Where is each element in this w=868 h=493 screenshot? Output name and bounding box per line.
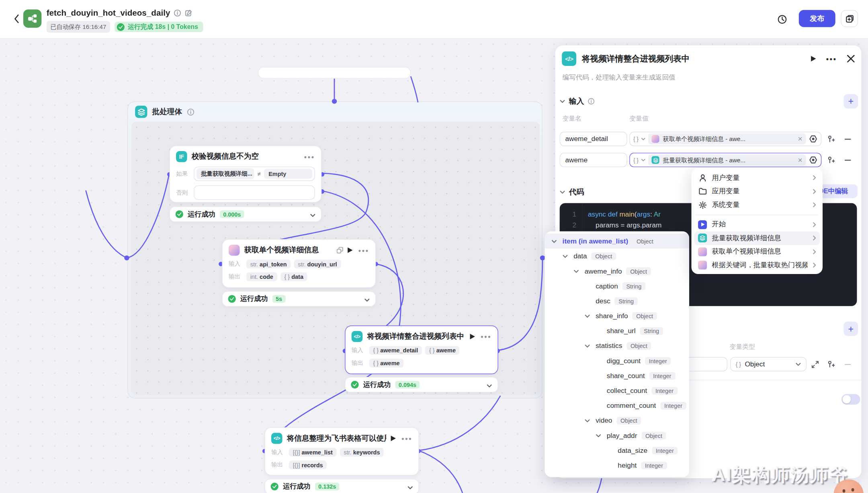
close-icon[interactable]: ✕ — [798, 156, 803, 164]
remove-icon[interactable] — [843, 155, 853, 165]
type-badge: Object — [641, 432, 666, 439]
code-section-header[interactable]: 代码 — [560, 187, 584, 197]
menu-item-6[interactable]: 获取单个视频详细信息 — [694, 245, 820, 259]
if-condition[interactable]: 批量获取视频详细... ≠ Empty — [194, 167, 315, 181]
input-value-field-2[interactable]: { } 批量获取视频详细信息 - awe... ✕ — [629, 153, 821, 167]
toggle-switch[interactable] — [841, 394, 860, 405]
history-clock-icon[interactable] — [775, 12, 790, 27]
node-title: 将信息整理为飞书表格可以使用... — [287, 434, 387, 444]
status-bar-single[interactable]: 运行成功 5s — [222, 291, 376, 307]
node-title: 将视频详情整合进视频列表中 — [367, 331, 466, 342]
chevron-down-icon[interactable] — [487, 380, 492, 390]
tree-row-comment_count[interactable]: comment_countInteger — [545, 398, 690, 413]
tree-row-share_info[interactable]: share_infoObject — [545, 308, 690, 323]
line-number: 2 — [560, 220, 576, 231]
tree-row-data_size[interactable]: data_sizeInteger — [545, 443, 690, 458]
menu-item-2[interactable]: 应用变量 — [694, 184, 820, 198]
top-bar: fetch_douyin_hot_videos_daily 已自动保存 16:1… — [0, 0, 868, 38]
more-icon[interactable]: ••• — [826, 55, 837, 62]
input-section-header[interactable]: 输入 — [560, 96, 595, 106]
inputs-label: 输入 — [352, 346, 366, 354]
input-name-field-2[interactable]: aweme — [560, 153, 627, 167]
remove-icon[interactable] — [843, 134, 853, 144]
clipped-node-top[interactable] — [258, 67, 411, 79]
reference-pill[interactable]: 获取单个视频详细信息 - awe... ✕ — [649, 133, 806, 145]
type-badge: Object — [633, 312, 657, 319]
tree-row-play_addr[interactable]: play_addrObject — [545, 428, 690, 443]
info-icon[interactable] — [174, 9, 181, 16]
back-button[interactable] — [10, 12, 23, 25]
add-input-button[interactable]: + — [843, 94, 858, 108]
more-icon[interactable]: ••• — [401, 435, 412, 442]
reference-pill[interactable]: 批量获取视频详细信息 - awe... ✕ — [649, 154, 806, 166]
menu-item-7[interactable]: 根据关键词，批量获取热门视频 — [694, 258, 820, 272]
tree-row-caption[interactable]: captionString — [545, 278, 690, 293]
add-output-button[interactable]: + — [843, 321, 858, 336]
tree-row-iteminaweme_list[interactable]: item (in aweme_list)Object — [545, 233, 690, 248]
menu-item-5[interactable]: 批量获取视频详细信息 — [694, 231, 820, 245]
chevron-down-icon[interactable] — [364, 294, 370, 304]
play-icon[interactable] — [391, 436, 396, 441]
status-text: 运行成功 — [240, 294, 268, 303]
more-icon[interactable]: ••• — [304, 153, 315, 160]
close-icon[interactable]: ✕ — [798, 135, 803, 143]
add-reference-icon[interactable] — [826, 155, 836, 165]
if-label: 如果 — [176, 170, 189, 178]
type-badge: String — [615, 297, 638, 305]
layers-icon — [652, 156, 659, 164]
column-variable-value: 变量值 — [629, 115, 649, 123]
menu-item-4[interactable]: 开始 — [694, 218, 820, 231]
tree-row-height[interactable]: heightInteger — [545, 458, 690, 473]
more-icon[interactable]: ••• — [358, 247, 369, 254]
tree-row-video[interactable]: videoObject — [545, 413, 690, 428]
chevron-right-icon — [813, 249, 816, 255]
node-get-single-video[interactable]: 获取单个视频详细信息 ••• 输入str.api_tokenstr.douyin… — [222, 239, 376, 288]
input-name-field-1[interactable]: aweme_detail — [560, 132, 627, 146]
edit-icon[interactable] — [185, 9, 192, 16]
tree-row-statistics[interactable]: statisticsObject — [545, 338, 690, 353]
tree-row-share_url[interactable]: share_urlString — [545, 323, 690, 338]
status-bar-merge[interactable]: 运行成功 0.094s — [345, 377, 498, 393]
add-reference-icon[interactable] — [826, 134, 836, 144]
code-section-title: 代码 — [569, 187, 584, 197]
add-reference-icon[interactable] — [826, 359, 836, 369]
hexagon-node-icon[interactable] — [809, 155, 818, 164]
node-merge-detail[interactable]: </> 将视频详情整合进视频列表中 ••• 输入{ }aweme_detail{… — [345, 325, 498, 374]
publish-button[interactable]: 发布 — [799, 10, 835, 27]
hexagon-node-icon[interactable] — [809, 135, 818, 143]
input-value-field-1[interactable]: { } 获取单个视频详细信息 - awe... ✕ — [629, 132, 821, 146]
expand-icon[interactable] — [810, 359, 820, 369]
type-badge: Object — [626, 267, 651, 275]
tree-row-share_count[interactable]: share_countInteger — [545, 368, 690, 383]
status-bar-if[interactable]: 运行成功 0.000s — [170, 207, 322, 222]
new-window-icon[interactable] — [841, 10, 858, 27]
chevron-down-icon — [585, 314, 596, 317]
line-number: 1 — [560, 209, 576, 220]
menu-item-1[interactable]: 用户变量 — [694, 171, 820, 185]
tree-row-desc[interactable]: descString — [545, 293, 690, 308]
more-icon[interactable]: ••• — [481, 333, 491, 340]
variable-menu: 用户变量应用变量系统变量开始批量获取视频详细信息获取单个视频详细信息根据关键词，… — [692, 168, 823, 274]
node-feishu-format[interactable]: </> 将信息整理为飞书表格可以使用... ••• 输入[{}]aweme_li… — [264, 427, 419, 475]
node-if-check[interactable]: IF 校验视频信息不为空 ••• 如果 批量获取视频详细... ≠ Empty … — [170, 145, 322, 203]
play-icon[interactable] — [470, 334, 475, 340]
close-icon[interactable] — [847, 55, 855, 62]
tree-row-data[interactable]: dataObject — [545, 249, 690, 264]
tree-row-aweme_info[interactable]: aweme_infoObject — [545, 264, 690, 278]
chevron-down-icon — [573, 269, 585, 272]
menu-item-3[interactable]: 系统变量 — [694, 198, 820, 212]
plugin-link-icon — [337, 247, 344, 254]
tree-row-collect_count[interactable]: collect_countInteger — [545, 383, 690, 398]
chevron-down-icon[interactable] — [310, 209, 315, 219]
status-bar-feishu[interactable]: 运行成功 0.132s — [264, 479, 419, 493]
chevron-down-icon[interactable] — [407, 481, 413, 491]
play-icon[interactable] — [348, 248, 353, 253]
remove-icon — [843, 359, 853, 369]
status-text: 运行成功 — [283, 482, 311, 491]
variable-type-select[interactable]: { } Object — [730, 357, 807, 372]
play-icon[interactable] — [811, 56, 816, 61]
workflow-logo-icon — [23, 9, 41, 27]
run-status-badge[interactable]: 运行完成 18s | 0 Tokens — [115, 22, 203, 32]
else-condition[interactable] — [194, 185, 315, 200]
tree-row-digg_count[interactable]: digg_countInteger — [545, 353, 690, 368]
